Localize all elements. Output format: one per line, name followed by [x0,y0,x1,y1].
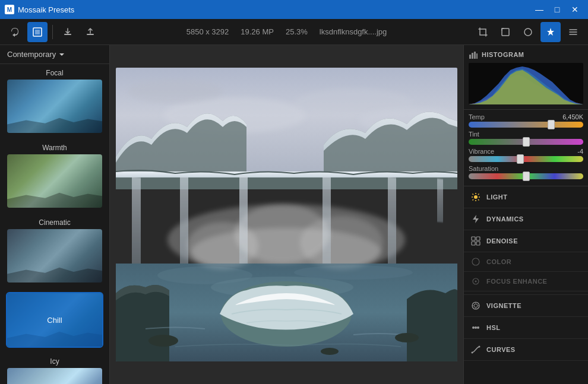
preset-thumb-cinematic[interactable] [7,229,102,283]
svg-rect-43 [472,237,475,240]
export-button[interactable] [80,22,100,42]
preset-group-focal: Focal [0,64,109,139]
vibrance-label: Vibrance [469,148,494,155]
minimize-button[interactable]: — [531,1,548,18]
svg-point-47 [472,258,479,265]
svg-point-26 [235,204,330,264]
panel-item-focus: Focus Enhance [464,272,588,291]
import-button[interactable] [58,22,78,42]
svg-point-34 [474,195,478,199]
main-image-container [116,68,457,361]
saturation-thumb[interactable] [523,172,530,181]
rotate-button[interactable] [495,22,516,42]
svg-rect-4 [502,28,509,36]
presets-category-label: Contemporary [7,50,56,59]
window-controls: — □ ✕ [531,1,583,18]
curves-label: CURVES [486,346,516,353]
panel-item-color: Color [464,252,588,272]
svg-rect-2 [64,34,71,35]
focus-icon [470,275,482,287]
svg-point-57 [475,326,477,329]
maximize-button[interactable]: □ [549,1,565,18]
svg-point-60 [479,346,480,348]
light-label: LIGHT [486,193,508,201]
vibrance-thumb[interactable] [517,154,524,164]
preset-group-warmth: Warmth [0,139,109,214]
svg-rect-31 [472,53,473,59]
panel-item-denoise[interactable]: DENOISE [464,230,588,252]
svg-line-39 [473,194,474,195]
panel-item-vignette[interactable]: VIGNETTE [464,295,588,317]
tint-thumb[interactable] [523,137,530,147]
panel-item-hsl[interactable]: HSL [464,317,588,339]
preset-label-focal: Focal [0,69,109,77]
histogram-header: HISTOGRAM [469,50,583,59]
sun-icon [470,191,482,203]
dynamics-label: DYNAMICS [486,215,524,223]
preset-thumb-warmth[interactable] [7,154,102,208]
presets-category-header[interactable]: Contemporary [0,45,109,64]
preset-selected-label: Chill [7,293,102,347]
image-zoom: 25.3% [286,27,308,36]
app-title: Mossaik Presets [18,5,531,14]
svg-point-59 [472,352,473,354]
svg-rect-3 [87,34,94,35]
right-panel: HISTOGRAM [463,45,588,384]
undo-button[interactable] [5,22,25,42]
sliders-section: Temp 6,450K Tint Vibrance [464,110,588,186]
histogram-canvas [469,63,583,104]
svg-point-56 [472,326,475,329]
magic-button[interactable] [540,22,561,42]
svg-line-42 [478,194,479,195]
histogram-chart [469,63,583,104]
preset-group-chill: Chill [0,288,109,353]
temp-value: 6,450K [562,113,583,120]
svg-rect-44 [476,237,480,240]
svg-rect-46 [476,242,480,245]
panel-item-dynamics[interactable]: DYNAMICS [464,208,588,230]
panel-item-light[interactable]: LIGHT [464,186,588,208]
image-megapixels: 19.26 MP [241,27,274,36]
vignette-label: VIGNETTE [486,302,521,309]
image-filename: lksdnflknsdgfk....jpg [320,27,387,36]
toolbar-sep-1 [52,25,53,39]
vibrance-slider-row: Vibrance -4 [469,148,583,162]
histogram-label: HISTOGRAM [482,51,524,58]
denoise-label: DENOISE [486,237,518,245]
svg-rect-32 [474,52,476,59]
svg-point-58 [477,326,479,329]
vibrance-slider[interactable] [469,156,583,162]
vibrance-value: -4 [577,148,583,155]
presets-panel: Contemporary Focal Warmth Cinematic [0,45,110,384]
title-bar: M Mossaik Presets — □ ✕ [0,0,588,19]
grid-icon [470,235,482,247]
close-button[interactable]: ✕ [567,1,583,18]
svg-point-27 [148,335,178,347]
vignette-icon [470,300,482,312]
color-icon [470,256,482,268]
menu-button[interactable] [563,22,583,42]
svg-point-12 [128,80,223,103]
tint-label: Tint [469,131,479,138]
panel-item-curves[interactable]: CURVES [464,339,588,361]
circle-button[interactable] [518,22,538,42]
crop-button[interactable] [473,22,493,42]
svg-point-49 [475,281,477,283]
select-tool-button[interactable] [27,22,48,42]
curves-icon [470,344,482,356]
preset-thumb-focal[interactable] [7,80,102,133]
focus-label: Focus Enhance [486,278,547,285]
preset-thumb-chill[interactable]: Chill [7,293,102,347]
preset-label-icy: Icy [0,357,109,366]
temp-thumb[interactable] [548,120,555,129]
preset-thumb-icy[interactable] [7,368,102,384]
preset-group-icy: Icy [0,353,109,384]
temp-label: Temp [469,113,485,120]
image-dimensions: 5850 x 3292 [186,27,229,36]
saturation-slider[interactable] [469,173,583,179]
saturation-slider-row: Saturation [469,165,583,179]
image-area [110,45,463,384]
tint-slider[interactable] [469,139,583,145]
svg-point-51 [474,304,478,307]
temp-slider[interactable] [469,122,583,128]
